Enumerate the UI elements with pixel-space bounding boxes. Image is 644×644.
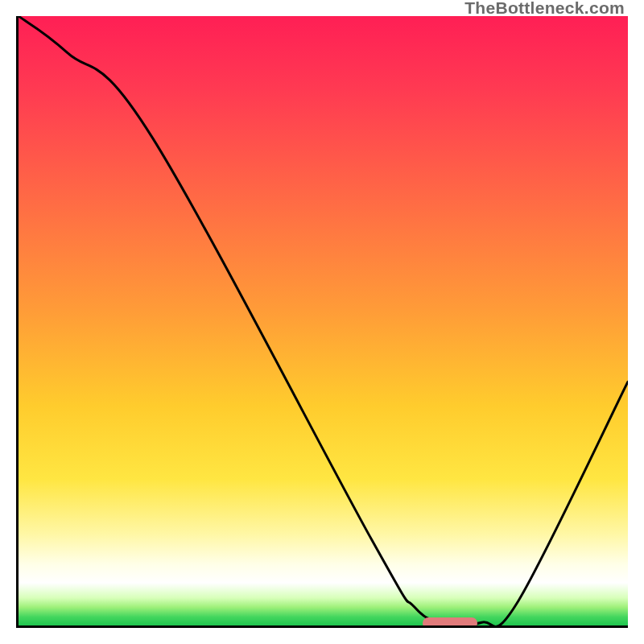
optimal-marker xyxy=(423,617,477,628)
chart-container: TheBottleneck.com xyxy=(0,0,644,644)
plot-area xyxy=(16,16,628,628)
curve-svg xyxy=(19,16,628,625)
bottleneck-curve xyxy=(19,16,628,625)
watermark-text: TheBottleneck.com xyxy=(464,0,625,18)
